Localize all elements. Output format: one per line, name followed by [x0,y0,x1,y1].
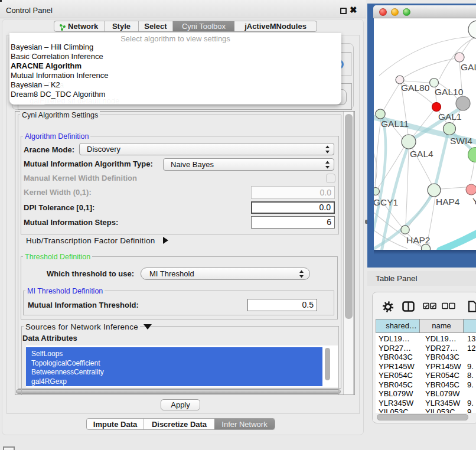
svg-text:GAL7: GAL7 [461,62,476,72]
svg-text:HAP2: HAP2 [406,235,431,245]
svg-text:GAL4: GAL4 [410,149,433,159]
svg-text:GAL1: GAL1 [438,112,462,122]
svg-text:HAP4: HAP4 [436,197,460,207]
svg-text:GAL10: GAL10 [435,87,464,97]
svg-text:Y: Y [472,196,476,206]
svg-text:SWI4: SWI4 [450,136,472,146]
svg-text:GAL80: GAL80 [401,83,430,93]
svg-text:GAL11: GAL11 [381,119,409,129]
svg-text:GCY1: GCY1 [374,197,398,207]
